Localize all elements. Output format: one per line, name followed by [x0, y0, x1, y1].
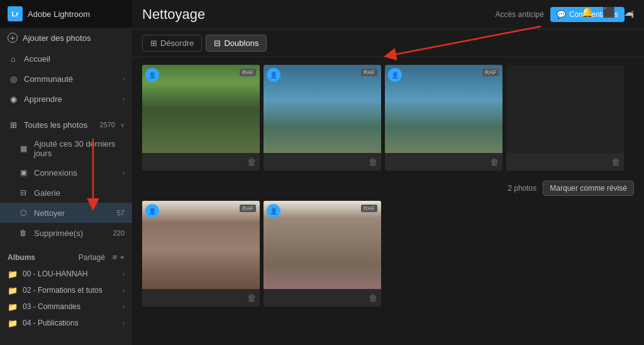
photo-select-button[interactable]: 👤: [145, 68, 159, 82]
tab-label: Désordre: [160, 38, 194, 48]
delete-icon[interactable]: 🗑: [611, 157, 620, 167]
albums-add-icon[interactable]: +: [119, 252, 125, 262]
photo-card[interactable]: RAF 👤 🗑: [264, 65, 381, 171]
sidebar-item-communaute[interactable]: ◎ Communauté ›: [0, 69, 132, 89]
photo-info: 🗑: [142, 289, 260, 307]
photo-select-button[interactable]: 👤: [267, 204, 280, 218]
group-photo-count: 2 photos: [508, 184, 536, 193]
folder-icon: 📁: [8, 269, 18, 279]
album-item-commandes[interactable]: 📁 03 - Commandes ›: [0, 298, 132, 315]
notification-icon[interactable]: 🔔: [581, 6, 594, 18]
photo-card[interactable]: RAF 👤 🗑: [264, 201, 381, 307]
sidebar-item-ajoute[interactable]: ▦ Ajouté ces 30 derniers jours: [0, 135, 132, 162]
sidebar-item-label: Supprimée(s): [34, 229, 108, 238]
delete-icon[interactable]: 🗑: [369, 293, 377, 303]
sidebar-item-label: Communauté: [24, 74, 118, 84]
global-top-icons: 🔔 ⬛ ☁: [571, 0, 644, 25]
chevron-right-icon: ›: [123, 271, 125, 278]
delete-icon[interactable]: 🗑: [247, 157, 256, 167]
sidebar-item-toutes-photos[interactable]: ⊞ Toutes les photos 2570 ∨: [0, 115, 132, 135]
sidebar-item-galerie[interactable]: ⊟ Galerie: [0, 183, 132, 203]
calendar-icon: ▦: [18, 143, 29, 154]
raf-badge: RAF: [240, 69, 256, 76]
chevron-right-icon: ›: [123, 320, 125, 327]
divider: [0, 246, 132, 246]
photo-card[interactable]: RAF 👤 🗑: [142, 65, 260, 171]
person-icon: 👤: [391, 72, 399, 79]
sidebar-item-supprimees[interactable]: 🗑 Supprimée(s) 220: [0, 223, 132, 243]
photo-select-button[interactable]: 👤: [267, 68, 280, 82]
album-item-lou-hannah[interactable]: 📁 00 - LOU-HANNAH ›: [0, 266, 132, 282]
photo-thumbnail: [506, 65, 624, 153]
album-item-publications[interactable]: 📁 04 - Publications ›: [0, 315, 132, 331]
albums-sort-icon[interactable]: ≡: [113, 252, 118, 262]
sidebar-item-label: Apprendre: [24, 94, 118, 104]
community-icon: ◎: [8, 73, 19, 84]
photo-info: 🗑: [385, 153, 502, 171]
photo-thumbnail: RAF 👤: [142, 201, 260, 289]
chevron-right-icon: ›: [123, 287, 125, 294]
photo-card[interactable]: 🗑: [506, 65, 624, 171]
photo-info: 🗑: [506, 153, 624, 171]
early-access-label: Accès anticipé: [496, 10, 544, 19]
photo-card[interactable]: RAF 👤 🗑: [385, 65, 502, 171]
photo-select-button[interactable]: 👤: [388, 68, 402, 82]
album-label: 03 - Commandes: [23, 302, 118, 311]
add-photos-label: Ajouter des photos: [23, 33, 91, 43]
lr-logo: Lr: [8, 6, 23, 21]
add-photos-button[interactable]: + Ajouter des photos: [0, 28, 132, 48]
sidebar-item-label: Toutes les photos: [24, 120, 95, 130]
desordre-icon: ⊞: [150, 38, 157, 48]
sidebar-item-nettoyer[interactable]: ⬡ Nettoyer 57: [0, 203, 132, 223]
folder-icon: 📁: [8, 285, 18, 295]
app-title: Adobe Lightroom: [28, 9, 90, 19]
page-title: Nettoyage: [142, 6, 488, 23]
photo-info: 🗑: [142, 153, 260, 171]
learn-icon: ◉: [8, 93, 19, 105]
nettoyer-count-badge: 57: [117, 209, 125, 217]
supprimees-count-badge: 220: [113, 229, 125, 237]
sidebar-item-connexions[interactable]: ▣ Connexions ›: [0, 162, 132, 183]
albums-label: Albums: [8, 253, 76, 262]
photo-thumbnail: RAF 👤: [264, 201, 381, 289]
album-label: 04 - Publications: [23, 319, 118, 327]
photo-select-button[interactable]: 👤: [145, 204, 159, 218]
divider: [0, 111, 132, 112]
tab-desordre[interactable]: ⊞ Désordre: [142, 35, 202, 52]
doublons-icon: ⊟: [214, 38, 221, 48]
tab-doublons[interactable]: ⊟ Doublons: [206, 35, 267, 52]
sidebar-item-accueil[interactable]: ⌂ Accueil: [0, 48, 132, 69]
photo-image: [385, 65, 502, 153]
share-icon[interactable]: ⬛: [602, 6, 615, 18]
cloud-icon[interactable]: ☁: [624, 6, 634, 18]
gallery-icon: ⊟: [18, 187, 29, 198]
photo-thumbnail: RAF 👤: [142, 65, 260, 153]
sidebar-item-label: Nettoyer: [34, 208, 112, 218]
photo-info: 🗑: [264, 289, 381, 307]
sidebar-item-label: Accueil: [24, 54, 125, 64]
main-content: 🔔 ⬛ ☁ Nettoyage Accès anticipé 💬 Comment…: [132, 0, 644, 345]
sidebar-item-apprendre[interactable]: ◉ Apprendre ›: [0, 89, 132, 109]
album-item-formations[interactable]: 📁 02 - Formations et tutos ›: [0, 282, 132, 298]
albums-shared-label: Partagé: [79, 253, 105, 262]
photo-image: [264, 65, 381, 153]
raf-badge: RAF: [482, 69, 499, 76]
photo-thumbnail: RAF 👤: [385, 65, 502, 153]
plus-icon: +: [8, 33, 18, 43]
clean-icon: ⬡: [18, 207, 29, 218]
photo-card[interactable]: RAF 👤 🗑: [142, 201, 260, 307]
mark-reviewed-button[interactable]: Marquer comme révisé: [543, 181, 634, 196]
group-header: 2 photos Marquer comme révisé: [142, 181, 634, 196]
raf-badge: RAF: [361, 205, 377, 212]
photo-image: [264, 201, 381, 289]
app-header: Lr Adobe Lightroom: [0, 0, 132, 28]
delete-icon[interactable]: 🗑: [369, 157, 377, 167]
delete-icon[interactable]: 🗑: [247, 293, 256, 303]
photo-group-1: RAF 👤 🗑: [142, 65, 634, 171]
chevron-right-icon: ›: [123, 303, 125, 310]
delete-icon[interactable]: 🗑: [490, 157, 499, 167]
sidebar-item-label: Connexions: [34, 168, 118, 178]
raf-badge: RAF: [240, 205, 256, 212]
sidebar: Lr Adobe Lightroom + Ajouter des photos …: [0, 0, 132, 345]
home-icon: ⌂: [8, 53, 19, 64]
